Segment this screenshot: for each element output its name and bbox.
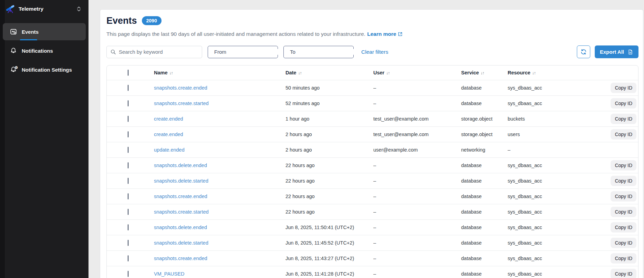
row-checkbox[interactable] bbox=[128, 209, 128, 215]
app-name: Telemetry bbox=[19, 6, 43, 12]
event-service: database bbox=[461, 271, 508, 277]
app-logo-row[interactable]: Telemetry bbox=[0, 0, 89, 18]
bell-gear-icon: ⚙ bbox=[9, 65, 18, 74]
row-checkbox[interactable] bbox=[128, 240, 128, 246]
table-row: snapshots.delete.started 22 hours ago – … bbox=[107, 173, 638, 188]
row-checkbox[interactable] bbox=[128, 162, 128, 168]
search-box bbox=[106, 46, 202, 58]
page-description: This page displays the last 90 days of a… bbox=[106, 31, 365, 37]
row-checkbox[interactable] bbox=[128, 255, 128, 261]
copy-id-button[interactable]: Copy ID bbox=[611, 83, 636, 93]
column-header-date[interactable]: Date↓↑ bbox=[285, 70, 373, 75]
copy-id-button[interactable]: Copy ID bbox=[611, 98, 636, 109]
event-name-link[interactable]: snapshots.delete.ended bbox=[154, 225, 207, 230]
date-to-input[interactable] bbox=[290, 49, 359, 55]
event-name-link[interactable]: snapshots.delete.ended bbox=[154, 163, 207, 168]
events-chart-icon bbox=[9, 28, 18, 36]
table-row: snapshots.delete.ended Jun 8, 2025, 11:5… bbox=[107, 219, 638, 235]
sort-icon: ↓↑ bbox=[298, 71, 301, 75]
copy-id-button[interactable]: Copy ID bbox=[611, 129, 636, 140]
copy-id-button[interactable]: Copy ID bbox=[611, 238, 636, 248]
event-service: networking bbox=[461, 147, 508, 153]
event-name-link[interactable]: snapshots.create.started bbox=[154, 101, 209, 106]
copy-id-button[interactable]: Copy ID bbox=[611, 191, 636, 202]
event-name-link[interactable]: create.ended bbox=[154, 116, 183, 122]
search-input[interactable] bbox=[119, 49, 198, 55]
sidebar-item-events[interactable]: Events bbox=[3, 23, 86, 40]
copy-id-button[interactable]: Copy ID bbox=[611, 160, 636, 171]
copy-id-button[interactable]: Copy ID bbox=[611, 253, 636, 264]
events-count-badge: 2090 bbox=[142, 16, 162, 25]
event-name-link[interactable]: VM_PAUSED bbox=[154, 271, 184, 277]
active-tab-indicator bbox=[20, 39, 37, 40]
date-from-input[interactable] bbox=[214, 49, 283, 55]
event-date: 1 hour ago bbox=[285, 116, 373, 122]
sidebar-item-notifications[interactable]: Notifications bbox=[3, 42, 86, 59]
row-checkbox[interactable] bbox=[128, 271, 128, 277]
row-checkbox[interactable] bbox=[128, 147, 128, 153]
events-card: Events 2090 This page displays the last … bbox=[100, 9, 643, 278]
learn-more-label: Learn more bbox=[367, 31, 396, 37]
row-checkbox[interactable] bbox=[128, 224, 128, 230]
sort-icon: ↓↑ bbox=[386, 71, 389, 75]
event-name-link[interactable]: snapshots.create.ended bbox=[154, 85, 207, 91]
sidebar-item-notification-settings[interactable]: ⚙ Notification Settings bbox=[3, 61, 86, 78]
row-checkbox[interactable] bbox=[128, 85, 128, 91]
event-name-link[interactable]: create.ended bbox=[154, 132, 183, 137]
copy-id-button[interactable]: Copy ID bbox=[611, 114, 636, 124]
table-row: snapshots.create.ended Jun 8, 2025, 11:4… bbox=[107, 250, 638, 266]
table-body: snapshots.create.ended 50 minutes ago – … bbox=[107, 80, 638, 278]
row-checkbox[interactable] bbox=[128, 100, 128, 106]
column-header-name[interactable]: Name↓↑ bbox=[154, 70, 285, 75]
export-all-button[interactable]: Export All bbox=[595, 45, 638, 58]
event-name-link[interactable]: snapshots.create.ended bbox=[154, 194, 207, 199]
event-resource: sys_dbaas_acc bbox=[508, 209, 601, 215]
event-service: database bbox=[461, 163, 508, 168]
event-name-link[interactable]: snapshots.delete.started bbox=[154, 240, 208, 246]
copy-id-button[interactable]: Copy ID bbox=[611, 269, 636, 278]
event-service: storage.object bbox=[461, 116, 508, 122]
event-user: user@example.com bbox=[373, 147, 461, 153]
table-row: update.ended 2 hours ago user@example.co… bbox=[107, 142, 638, 157]
event-resource: sys_dbaas_acc bbox=[508, 178, 601, 184]
column-header-resource[interactable]: Resource↓↑ bbox=[508, 70, 601, 75]
chevron-up-down-icon[interactable] bbox=[77, 6, 81, 12]
row-checkbox[interactable] bbox=[128, 193, 128, 199]
filter-bar: Clear filters Export All bbox=[106, 45, 638, 58]
event-date: 22 hours ago bbox=[285, 194, 373, 199]
refresh-icon bbox=[580, 49, 587, 55]
column-header-user[interactable]: User↓↑ bbox=[373, 70, 461, 75]
table-row: create.ended 1 hour ago test_user@exampl… bbox=[107, 111, 638, 126]
table-row: snapshots.create.ended 22 hours ago – da… bbox=[107, 188, 638, 204]
event-service: database bbox=[461, 194, 508, 199]
bell-icon bbox=[9, 47, 18, 55]
event-name-link[interactable]: snapshots.create.started bbox=[154, 209, 209, 215]
table-row: snapshots.create.started 52 minutes ago … bbox=[107, 95, 638, 111]
sidebar-item-label: Notification Settings bbox=[22, 67, 72, 73]
refresh-button[interactable] bbox=[577, 45, 590, 58]
copy-id-button[interactable]: Copy ID bbox=[611, 176, 636, 186]
event-resource: sys_dbaas_acc bbox=[508, 225, 601, 230]
sidebar-item-label: Notifications bbox=[22, 48, 53, 54]
event-date: 2 hours ago bbox=[285, 147, 373, 153]
clear-filters-link[interactable]: Clear filters bbox=[361, 49, 388, 55]
file-export-icon bbox=[627, 49, 633, 55]
learn-more-link[interactable]: Learn more bbox=[367, 31, 402, 37]
row-checkbox[interactable] bbox=[128, 116, 128, 122]
copy-id-button[interactable]: Copy ID bbox=[611, 222, 636, 233]
copy-id-button[interactable]: Copy ID bbox=[611, 207, 636, 217]
event-resource: sys_dbaas_acc bbox=[508, 194, 601, 199]
row-checkbox[interactable] bbox=[128, 178, 128, 184]
column-header-service[interactable]: Service↓↑ bbox=[461, 70, 508, 75]
table-row: snapshots.delete.started Jun 8, 2025, 11… bbox=[107, 235, 638, 250]
event-user: – bbox=[373, 271, 461, 277]
select-all-checkbox[interactable] bbox=[128, 70, 128, 76]
event-name-link[interactable]: snapshots.create.ended bbox=[154, 256, 207, 261]
event-service: database bbox=[461, 101, 508, 106]
event-name-link[interactable]: snapshots.delete.started bbox=[154, 178, 208, 184]
event-date: 2 hours ago bbox=[285, 132, 373, 137]
row-checkbox[interactable] bbox=[128, 131, 128, 137]
event-date: 50 minutes ago bbox=[285, 85, 373, 91]
event-name-link[interactable]: update.ended bbox=[154, 147, 185, 153]
sidebar-item-label: Events bbox=[22, 29, 39, 35]
